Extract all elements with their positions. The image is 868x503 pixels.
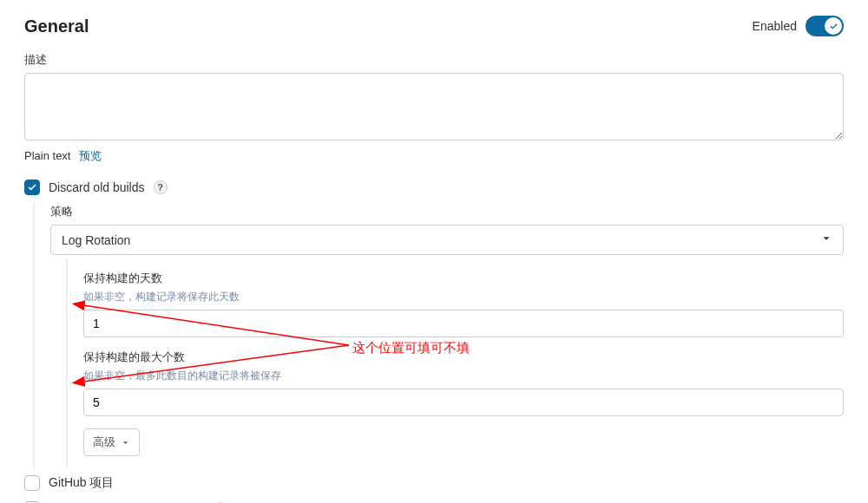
check-icon xyxy=(27,182,37,193)
strategy-select-value: Log Rotation xyxy=(62,233,130,247)
advanced-button[interactable]: 高级 xyxy=(83,428,140,456)
max-builds-input[interactable] xyxy=(83,389,844,416)
plain-text-label: Plain text xyxy=(24,149,70,162)
section-title: General xyxy=(24,16,89,36)
max-builds-label: 保持构建的最大个数 xyxy=(83,349,844,365)
description-mode-row: Plain text 预览 xyxy=(24,148,844,164)
check-icon xyxy=(829,22,838,31)
description-label: 描述 xyxy=(24,52,844,68)
discard-old-builds-row: Discard old builds ? xyxy=(24,180,844,195)
description-textarea[interactable] xyxy=(24,73,844,140)
toggle-knob xyxy=(825,17,842,35)
github-project-label: GitHub 项目 xyxy=(49,475,114,491)
enabled-toggle-group: Enabled xyxy=(753,16,844,36)
chevron-down-icon xyxy=(820,232,832,247)
enabled-toggle[interactable] xyxy=(806,16,844,36)
days-to-keep-hint: 如果非空，构建记录将保存此天数 xyxy=(83,290,844,304)
discard-old-builds-checkbox[interactable] xyxy=(24,180,40,195)
max-builds-hint: 如果非空，最多此数目的构建记录将被保存 xyxy=(83,369,844,383)
days-to-keep-input[interactable] xyxy=(83,310,844,337)
chevron-down-icon xyxy=(121,438,130,447)
help-icon[interactable]: ? xyxy=(154,180,168,194)
discard-old-builds-label: Discard old builds xyxy=(49,180,145,194)
advanced-button-label: 高级 xyxy=(93,434,115,450)
github-project-row: GitHub 项目 xyxy=(24,475,844,491)
strategy-label: 策略 xyxy=(50,204,844,219)
github-project-checkbox[interactable] xyxy=(24,475,40,491)
enabled-label: Enabled xyxy=(753,19,797,33)
days-to-keep-label: 保持构建的天数 xyxy=(83,271,844,286)
preview-link[interactable]: 预览 xyxy=(79,149,102,162)
strategy-select[interactable]: Log Rotation xyxy=(50,225,844,255)
